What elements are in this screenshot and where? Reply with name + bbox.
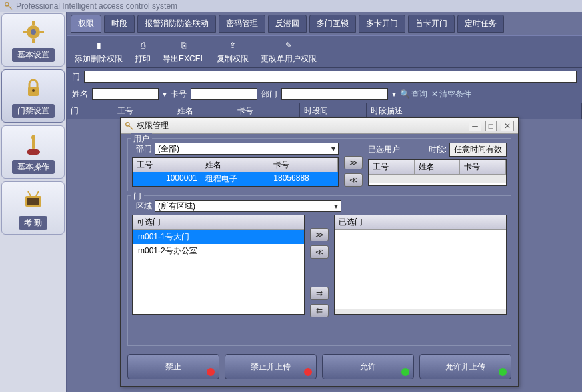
scrollbar[interactable] xyxy=(335,309,506,315)
tab-multicard[interactable]: 多卡开门 xyxy=(359,15,405,33)
selected-doors-head: 已选门 xyxy=(335,215,506,230)
copy-icon: ⇪ xyxy=(226,39,239,52)
area-dropdown[interactable]: (所有区域) xyxy=(155,200,341,212)
tool-add-remove[interactable]: ▮添加删除权限 xyxy=(72,39,125,65)
user-edit-icon: ✎ xyxy=(282,39,295,52)
allow-button[interactable]: 允许 xyxy=(322,354,414,379)
user-row[interactable]: 1000001 租程电子 18056888 xyxy=(133,172,338,186)
maximize-button[interactable]: □ xyxy=(485,121,497,131)
svg-rect-4 xyxy=(32,39,35,43)
tab-permission[interactable]: 权限 xyxy=(71,15,101,33)
tool-modify-single[interactable]: ✎更改单用户权限 xyxy=(258,39,319,65)
app-titlebar: Professional Intelligent access control … xyxy=(0,0,582,12)
col-desc: 时段描述 xyxy=(367,103,582,119)
nav-basic-operation[interactable]: 基本操作 xyxy=(1,125,65,179)
available-doors-head: 可选门 xyxy=(133,215,304,230)
tab-password[interactable]: 密码管理 xyxy=(219,15,265,33)
col-door: 门 xyxy=(67,103,113,119)
door-label: 门 xyxy=(72,71,80,83)
nav-access-settings[interactable]: 门禁设置 xyxy=(1,69,65,123)
available-users-table: 工号 姓名 卡号 1000001 租程电子 18056888 xyxy=(132,157,339,187)
toolbar: ▮添加删除权限 ⎙打印 ⎘导出EXCEL ⇪复制权限 ✎更改单用户权限 xyxy=(67,35,582,68)
tab-interlock[interactable]: 多门互锁 xyxy=(309,15,356,33)
allow-icon xyxy=(401,368,409,376)
tool-print[interactable]: ⎙打印 xyxy=(132,39,153,65)
printer-icon: ⎙ xyxy=(136,39,149,52)
allow-icon xyxy=(499,368,507,376)
col-name: 姓名 xyxy=(173,103,233,119)
svg-point-9 xyxy=(27,149,40,155)
minimize-button[interactable]: ─ xyxy=(469,121,481,131)
tab-alarm[interactable]: 报警消防防盗联动 xyxy=(137,15,216,33)
dept-dropdown[interactable] xyxy=(281,88,388,100)
tab-firstcard[interactable]: 首卡开门 xyxy=(408,15,455,33)
dept-dropdown[interactable]: (全部) xyxy=(155,143,339,155)
dialog-title: 权限管理 xyxy=(137,120,169,131)
nav-attendance[interactable]: 考 勤 xyxy=(1,181,65,235)
filter-row-1: 门 xyxy=(67,68,582,85)
clear-button[interactable]: ✕清空条件 xyxy=(431,89,471,100)
door-legend: 门 xyxy=(131,191,144,202)
filter-row-2: 姓名 ▾ 卡号 部门 ▾ 🔍查询 ✕清空条件 xyxy=(67,85,582,103)
remove-user-button[interactable]: ≪ xyxy=(344,173,363,187)
deny-upload-button[interactable]: 禁止并上传 xyxy=(225,354,317,379)
tool-copy[interactable]: ⇪复制权限 xyxy=(214,39,251,65)
nav-label: 基本操作 xyxy=(12,160,55,174)
selected-doors-list: 已选门 xyxy=(334,215,507,315)
name-input[interactable] xyxy=(92,88,159,100)
deny-icon xyxy=(207,368,215,376)
svg-point-8 xyxy=(32,89,35,92)
door-dropdown[interactable] xyxy=(84,71,577,83)
dept-label: 部门 xyxy=(261,89,277,100)
tab-schedule[interactable]: 定时任务 xyxy=(457,15,504,33)
col-card: 卡号 xyxy=(460,160,506,174)
nav-label: 基本设置 xyxy=(12,48,55,62)
nav-basic-settings[interactable]: 基本设置 xyxy=(1,13,65,67)
col-card: 卡号 xyxy=(233,103,300,119)
scrollbar[interactable] xyxy=(369,174,506,183)
card-label: 卡号 xyxy=(171,89,187,100)
deny-icon xyxy=(304,368,312,376)
tab-antipass[interactable]: 反潜回 xyxy=(268,15,307,33)
clear-icon: ✕ xyxy=(431,89,438,99)
svg-rect-5 xyxy=(23,31,27,33)
col-emp: 工号 xyxy=(133,158,201,172)
remove-all-doors-button[interactable]: ⇇ xyxy=(310,304,329,317)
selected-users-table: 工号 姓名 卡号 xyxy=(368,159,507,186)
hand-icon xyxy=(20,131,47,157)
col-emp: 工号 xyxy=(113,103,173,119)
col-emp: 工号 xyxy=(369,160,415,174)
col-period: 时段间 xyxy=(300,103,367,119)
key-icon xyxy=(4,1,13,11)
tv-icon xyxy=(20,187,47,213)
add-door-button[interactable]: ≫ xyxy=(310,228,329,241)
time-label: 时段: xyxy=(429,144,447,155)
remove-door-button[interactable]: ≪ xyxy=(310,245,329,259)
door-fieldset: 门 区域 (所有区域) 可选门 m001-1号大门 m001-2号办公室 ≫ ≪ xyxy=(127,195,511,346)
svg-point-10 xyxy=(31,135,35,139)
door-item[interactable]: m001-2号办公室 xyxy=(133,244,304,258)
svg-rect-3 xyxy=(32,21,35,25)
col-card: 卡号 xyxy=(269,158,338,172)
col-name: 姓名 xyxy=(415,160,461,174)
search-button[interactable]: 🔍查询 xyxy=(400,89,427,100)
tool-export[interactable]: ⎘导出EXCEL xyxy=(160,39,207,65)
add-all-doors-button[interactable]: ⇉ xyxy=(310,287,329,300)
allow-upload-button[interactable]: 允许并上传 xyxy=(419,354,511,379)
key-icon xyxy=(125,121,134,131)
col-name: 姓名 xyxy=(201,158,270,172)
time-value[interactable]: 任意时间有效 xyxy=(449,143,507,157)
gear-icon xyxy=(20,19,47,45)
close-button[interactable]: ✕ xyxy=(501,121,514,131)
search-icon: 🔍 xyxy=(400,89,410,99)
lock-icon xyxy=(20,75,47,101)
dialog-buttons: 禁止 禁止并上传 允许 允许并上传 xyxy=(121,350,518,386)
grid-header: 门 工号 姓名 卡号 时段间 时段描述 xyxy=(67,103,582,119)
dialog-titlebar[interactable]: 权限管理 ─ □ ✕ xyxy=(121,118,518,134)
add-user-button[interactable]: ≫ xyxy=(344,156,363,169)
excel-icon: ⎘ xyxy=(177,39,191,52)
door-item[interactable]: m001-1号大门 xyxy=(133,230,304,244)
card-input[interactable] xyxy=(191,88,257,100)
tab-period[interactable]: 时段 xyxy=(104,15,135,33)
deny-button[interactable]: 禁止 xyxy=(127,354,219,379)
